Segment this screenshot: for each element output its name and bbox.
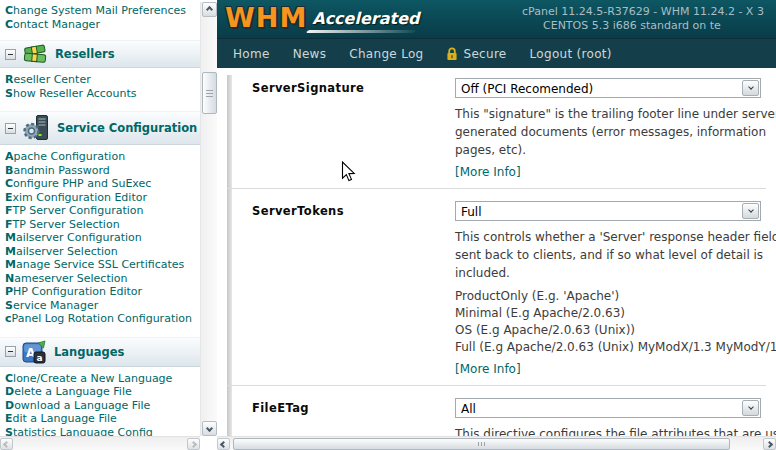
whm-logo: WHMAccelerated <box>225 2 419 33</box>
sidebar-horizontal-scrollbar[interactable] <box>0 436 200 450</box>
sidebar-link-show-reseller-accounts[interactable]: Show Reseller Accounts <box>0 87 200 101</box>
accelerated-logo-text: Accelerated <box>312 9 419 28</box>
sidebar-vertical-scrollbar[interactable] <box>200 2 217 436</box>
sidebar-link-group: Apache ConfigurationBandmin PasswordConf… <box>0 145 200 330</box>
scroll-right-button[interactable] <box>763 438 776 450</box>
sidebar-link-apache-configuration[interactable]: Apache Configuration <box>0 150 200 164</box>
sidebar-link-exim-configuration-editor[interactable]: Exim Configuration Editor <box>0 191 200 205</box>
chevron-down-icon <box>748 404 754 410</box>
more-info-link[interactable]: [More Info] <box>455 165 521 180</box>
row-separator <box>227 188 766 189</box>
scroll-down-button[interactable] <box>202 421 217 436</box>
main-horizontal-scrollbar[interactable] <box>217 436 776 450</box>
sidebar-link-reseller-center[interactable]: Reseller Center <box>0 73 200 87</box>
sidebar-section-header-service-configuration[interactable]: Service Configuration <box>0 111 200 145</box>
scroll-left-button[interactable] <box>0 438 13 450</box>
dropdown-selected-value: Off (PCI Recomended) <box>461 82 593 96</box>
sidebar-link-nameserver-selection[interactable]: Nameserver Selection <box>0 272 200 286</box>
lock-icon <box>446 47 458 61</box>
sidebar-link-ftp-server-configuration[interactable]: FTP Server Configuration <box>0 204 200 218</box>
directive-label: ServerSignature <box>252 81 364 95</box>
more-info-link[interactable]: [More Info] <box>455 362 521 377</box>
nav-item-label: Home <box>233 47 270 61</box>
dropdown-selected-value: All <box>461 402 476 416</box>
sidebar-link-clone-create-a-new-language[interactable]: Clone/Create a New Language <box>0 372 200 386</box>
logo-swoosh <box>306 30 416 33</box>
header-banner: WHMAccelerated cPanel 11.24.5-R37629 - W… <box>217 0 776 38</box>
scroll-up-button[interactable] <box>202 2 217 17</box>
nav-item-label: Change Log <box>349 47 423 61</box>
nav-item-label: News <box>293 47 327 61</box>
scrollbar-thumb[interactable] <box>233 438 730 450</box>
directive-label: FileETag <box>252 401 309 415</box>
dropdown-arrow-button[interactable] <box>742 80 759 96</box>
languages-icon: A a <box>22 340 47 364</box>
sidebar-viewport: Change System Mail PreferencesContact Ma… <box>0 0 200 436</box>
sidebar-link-bandmin-password[interactable]: Bandmin Password <box>0 164 200 178</box>
scroll-left-button[interactable] <box>217 438 230 450</box>
sidebar-link-download-a-language-file[interactable]: Download a Language File <box>0 399 200 413</box>
dropdown-servertokens[interactable]: Full <box>455 201 761 221</box>
sidebar-link-manage-service-ssl-certificates[interactable]: Manage Service SSL Certificates <box>0 258 200 272</box>
chevron-left-icon <box>3 440 10 447</box>
scroll-right-button[interactable] <box>187 438 200 450</box>
sidebar-link-statistics-language-config[interactable]: Statistics Language Config <box>0 426 200 437</box>
dropdown-serversignature[interactable]: Off (PCI Recomended) <box>455 78 761 98</box>
nav-item-label: Secure <box>463 47 506 61</box>
sidebar-link-group: Clone/Create a New LanguageDelete a Lang… <box>0 367 200 437</box>
sidebar-link-ftp-server-selection[interactable]: FTP Server Selection <box>0 218 200 232</box>
sidebar-link-service-manager[interactable]: Service Manager <box>0 299 200 313</box>
version-info-line2: CENTOS 5.3 i686 standard on te <box>543 19 721 32</box>
sidebar-link-group: Reseller CenterShow Reseller Accounts <box>0 68 200 104</box>
chevron-up-icon <box>206 6 213 13</box>
sidebar: Change System Mail PreferencesContact Ma… <box>0 0 217 450</box>
config-row-servertokens: ServerTokensFullThis controls whether a … <box>217 201 776 377</box>
nav-item-label: Logout (root) <box>530 47 612 61</box>
section-title: Service Configuration <box>57 121 197 135</box>
sidebar-section-header-resellers[interactable]: Resellers <box>0 40 200 68</box>
sidebar-section-header-languages[interactable]: A a Languages <box>0 337 200 367</box>
directive-description: This controls whether a 'Server' respons… <box>455 228 776 282</box>
whm-logo-text: WHM <box>225 2 307 33</box>
sidebar-link-php-configuration-editor[interactable]: PHP Configuration Editor <box>0 285 200 299</box>
config-row-fileetag: FileETagAllThis directive configures the… <box>217 398 776 436</box>
dropdown-fileetag[interactable]: All <box>455 398 761 418</box>
collapse-minus-icon[interactable] <box>5 346 16 357</box>
sidebar-link-cpanel-log-rotation-configuration[interactable]: cPanel Log Rotation Configuration <box>0 312 200 326</box>
config-rows: ServerSignatureOff (PCI Recomended)This … <box>217 78 776 436</box>
section-title: Resellers <box>55 47 115 61</box>
sidebar-link-mailserver-selection[interactable]: Mailserver Selection <box>0 245 200 259</box>
directive-description: This directive configures the file attri… <box>455 425 776 436</box>
collapse-minus-icon[interactable] <box>5 123 16 134</box>
chevron-down-icon <box>206 425 213 432</box>
collapse-minus-icon[interactable] <box>5 49 16 60</box>
dropdown-arrow-button[interactable] <box>742 203 759 219</box>
nav-item-change-log[interactable]: Change Log <box>349 47 423 61</box>
chevron-down-icon <box>748 84 754 90</box>
scrollbar-thumb[interactable] <box>202 72 217 114</box>
dropdown-selected-value: Full <box>461 205 482 219</box>
content-area: ServerSignatureOff (PCI Recomended)This … <box>217 68 776 436</box>
nav-item-news[interactable]: News <box>293 47 327 61</box>
sidebar-link-mailserver-configuration[interactable]: Mailserver Configuration <box>0 231 200 245</box>
nav-item-logout-root[interactable]: Logout (root) <box>530 47 612 61</box>
sidebar-link-delete-a-language-file[interactable]: Delete a Language File <box>0 385 200 399</box>
sidebar-link-change-system-mail-preferences[interactable]: Change System Mail Preferences <box>0 4 200 18</box>
sidebar-link-configure-php-and-suexec[interactable]: Configure PHP and SuExec <box>0 177 200 191</box>
directive-examples: ProductOnly (E.g. 'Apache')Minimal (E.g … <box>455 288 776 356</box>
sidebar-link-edit-a-language-file[interactable]: Edit a Language File <box>0 412 200 426</box>
nav-item-secure[interactable]: Secure <box>446 47 506 61</box>
navbar: HomeNewsChange Log SecureLogout (root) <box>217 38 776 68</box>
nav-item-home[interactable]: Home <box>233 47 270 61</box>
config-row-serversignature: ServerSignatureOff (PCI Recomended)This … <box>217 78 776 180</box>
section-title: Languages <box>54 345 124 359</box>
chevron-right-icon <box>766 440 773 447</box>
sidebar-top-links: Change System Mail PreferencesContact Ma… <box>0 0 200 33</box>
directive-description: This "signature" is the trailing footer … <box>455 105 776 159</box>
sidebar-link-contact-manager[interactable]: Contact Manager <box>0 18 200 32</box>
chevron-down-icon <box>748 207 754 213</box>
dropdown-arrow-button[interactable] <box>742 400 759 416</box>
chevron-left-icon <box>220 440 227 447</box>
sidebar-sections: ResellersReseller CenterShow Reseller Ac… <box>0 40 200 436</box>
row-separator <box>227 385 766 386</box>
